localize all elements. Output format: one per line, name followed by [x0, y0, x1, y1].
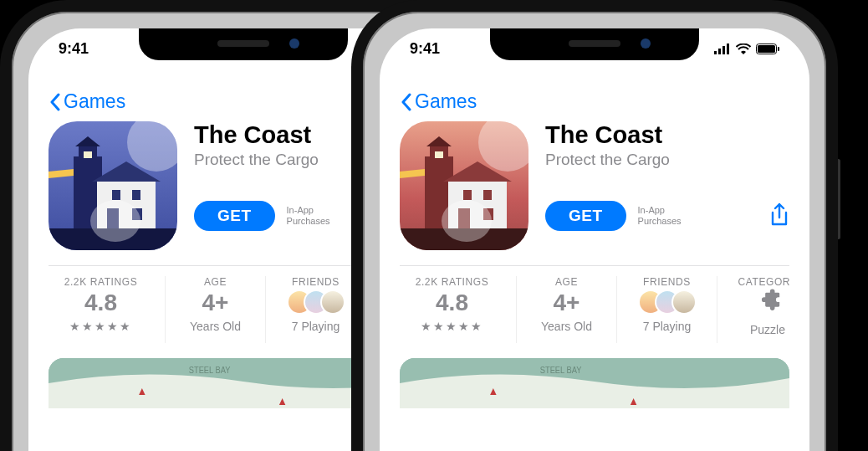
- friend-avatars: [287, 288, 345, 316]
- friend-avatars: [638, 288, 697, 316]
- avatar: [671, 290, 697, 315]
- get-button[interactable]: GET: [545, 201, 626, 231]
- stat-category[interactable]: CATEGORY Puzzle: [717, 276, 789, 343]
- star-icons: ★★★★★: [69, 320, 132, 333]
- svg-rect-8: [112, 190, 120, 200]
- stat-age[interactable]: AGE 4+ Years Old: [166, 276, 266, 343]
- status-indicators: [714, 44, 779, 54]
- svg-rect-19: [727, 44, 729, 54]
- svg-rect-9: [132, 190, 140, 200]
- device-frame: 9:41 Games: [351, 0, 838, 451]
- svg-rect-21: [758, 45, 775, 53]
- iap-label: In-App Purchases: [638, 205, 682, 227]
- app-icon[interactable]: [49, 121, 177, 250]
- svg-text:STEEL BAY: STEEL BAY: [540, 366, 582, 375]
- svg-rect-31: [463, 190, 472, 200]
- back-label: Games: [415, 90, 477, 113]
- status-time: 9:41: [59, 40, 89, 58]
- stat-age[interactable]: AGE 4+ Years Old: [517, 276, 617, 343]
- back-button[interactable]: Games: [400, 90, 789, 113]
- get-button[interactable]: GET: [194, 201, 275, 231]
- svg-marker-3: [75, 136, 100, 146]
- chevron-left-icon: [400, 93, 413, 111]
- notch: [490, 28, 699, 60]
- app-store-page: Games: [380, 72, 809, 451]
- svg-rect-18: [722, 46, 725, 54]
- back-label: Games: [64, 90, 125, 113]
- stat-ratings[interactable]: 2.2K RATINGS 4.8 ★★★★★: [49, 276, 166, 343]
- svg-rect-27: [435, 151, 443, 158]
- screenshot-preview[interactable]: STEEL BAY: [400, 358, 789, 408]
- iap-label: In-App Purchases: [287, 205, 330, 227]
- battery-icon: [756, 44, 779, 54]
- app-info: The Coast Protect the Cargo GET In-App P…: [545, 121, 789, 231]
- chevron-left-icon: [49, 93, 62, 111]
- svg-rect-17: [718, 49, 721, 54]
- puzzle-icon: [753, 288, 782, 320]
- svg-rect-16: [714, 51, 717, 54]
- avatar: [320, 290, 345, 315]
- stats-row[interactable]: 2.2K RATINGS 4.8 ★★★★★ AGE 4+ Years Old …: [400, 276, 789, 343]
- wifi-icon: [736, 44, 751, 54]
- svg-rect-4: [84, 151, 92, 158]
- app-icon[interactable]: [400, 121, 528, 250]
- share-icon: [769, 202, 789, 228]
- phone-right: 9:41 Games: [351, 0, 838, 451]
- stat-ratings[interactable]: 2.2K RATINGS 4.8 ★★★★★: [400, 276, 517, 343]
- star-icons: ★★★★★: [421, 320, 483, 333]
- svg-rect-22: [778, 47, 779, 51]
- app-name: The Coast: [545, 121, 789, 149]
- svg-text:STEEL BAY: STEEL BAY: [189, 366, 231, 375]
- stat-friends[interactable]: FRIENDS 7 Playing: [617, 276, 717, 343]
- app-header: The Coast Protect the Cargo GET In-App P…: [400, 121, 789, 250]
- cellular-icon: [714, 44, 731, 54]
- share-button[interactable]: [769, 202, 789, 230]
- screen: 9:41 Games: [380, 28, 809, 451]
- svg-rect-32: [483, 190, 492, 200]
- action-row: GET In-App Purchases: [545, 201, 789, 231]
- app-subtitle: Protect the Cargo: [545, 151, 789, 169]
- notch: [139, 28, 348, 60]
- divider: [400, 265, 789, 266]
- svg-marker-26: [426, 136, 452, 146]
- status-time: 9:41: [410, 40, 440, 58]
